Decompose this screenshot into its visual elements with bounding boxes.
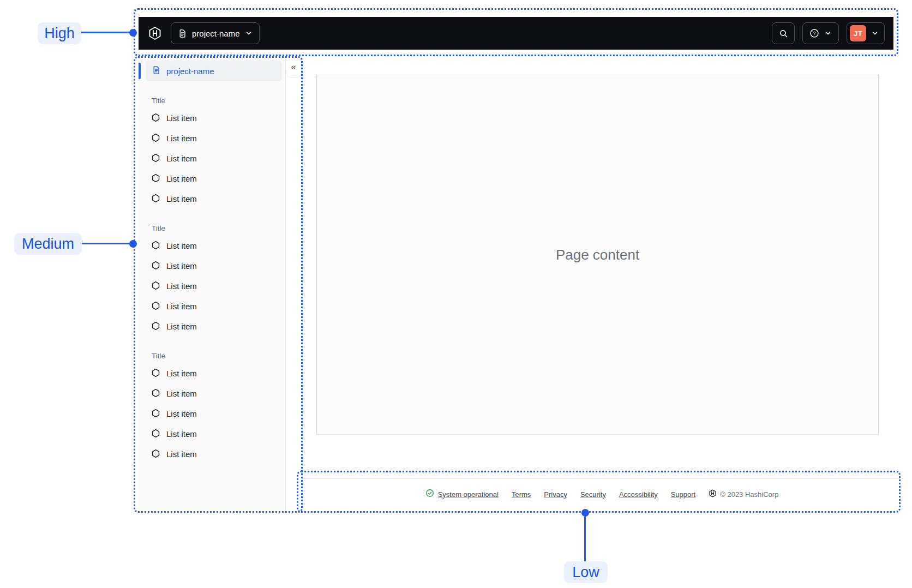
sidebar-item[interactable]: List item bbox=[139, 383, 285, 404]
help-menu-button[interactable]: ? bbox=[802, 22, 839, 44]
hexagon-icon bbox=[151, 241, 160, 251]
hexagon-icon bbox=[151, 113, 160, 124]
annotation-dot-medium bbox=[129, 240, 137, 248]
footer-link-support[interactable]: Support bbox=[671, 490, 696, 499]
svg-text:?: ? bbox=[813, 30, 815, 36]
sidebar-item-label: List item bbox=[166, 134, 197, 143]
hexagon-icon bbox=[151, 388, 160, 399]
hexagon-icon bbox=[151, 133, 160, 144]
sidebar-item-label: List item bbox=[166, 409, 197, 418]
sidebar-item[interactable]: List item bbox=[139, 276, 285, 296]
sidebar-item-label: List item bbox=[166, 174, 197, 183]
hexagon-icon bbox=[151, 449, 160, 460]
footer-copyright-group: © 2023 HashiCorp bbox=[709, 489, 778, 500]
hexagon-icon bbox=[151, 301, 160, 312]
hexagon-icon bbox=[151, 429, 160, 440]
sidebar-item-label: List item bbox=[166, 194, 197, 203]
annotation-dot-high bbox=[129, 29, 137, 37]
sidebar-active-item-label: project-name bbox=[166, 67, 214, 76]
annotation-connector-high bbox=[81, 32, 130, 33]
footer-link-accessibility[interactable]: Accessibility bbox=[619, 490, 658, 499]
hexagon-icon bbox=[151, 194, 160, 205]
sidebar-item[interactable]: List item bbox=[139, 128, 285, 148]
sidebar-item[interactable]: List item bbox=[139, 363, 285, 383]
sidebar-section-title: Title bbox=[152, 224, 285, 232]
annotation-label-low: Low bbox=[564, 561, 608, 583]
footer-links: TermsPrivacySecurityAccessibilitySupport bbox=[512, 490, 695, 499]
sidebar-item-label: List item bbox=[166, 113, 197, 123]
sidebar-item-label: List item bbox=[166, 302, 197, 311]
chevron-down-icon bbox=[245, 29, 253, 37]
hexagon-icon bbox=[151, 281, 160, 292]
sidebar-item[interactable]: List item bbox=[139, 424, 285, 444]
sidebar-item-label: List item bbox=[166, 281, 197, 291]
sidebar-sections: TitleList itemList itemList itemList ite… bbox=[139, 97, 285, 464]
page-content-placeholder: Page content bbox=[556, 247, 639, 263]
sidebar-item[interactable]: List item bbox=[139, 236, 285, 256]
chevron-down-icon bbox=[824, 29, 832, 37]
hashicorp-logo-icon bbox=[709, 489, 717, 500]
footer-link-security[interactable]: Security bbox=[580, 490, 606, 499]
sidebar-collapse-button[interactable]: « bbox=[286, 57, 302, 77]
sidebar-item[interactable]: List item bbox=[139, 169, 285, 189]
avatar: JT bbox=[850, 25, 866, 41]
top-navigation-bar: project-name ? JT bbox=[139, 17, 893, 50]
sidebar-item[interactable]: List item bbox=[139, 444, 285, 464]
footer-divider bbox=[303, 478, 903, 479]
sidebar-item-label: List item bbox=[166, 369, 197, 378]
footer-link-privacy[interactable]: Privacy bbox=[544, 490, 567, 499]
sidebar-item-label: List item bbox=[166, 389, 197, 398]
active-indicator-bar bbox=[139, 63, 141, 79]
sidebar-item-label: List item bbox=[166, 449, 197, 459]
sidebar-item[interactable]: List item bbox=[139, 148, 285, 169]
annotation-connector-medium bbox=[82, 243, 130, 244]
hexagon-icon bbox=[151, 409, 160, 419]
search-button[interactable] bbox=[772, 22, 795, 44]
sidebar-item-project-name[interactable]: project-name bbox=[146, 61, 282, 81]
topbar-right-group: ? JT bbox=[772, 22, 885, 44]
help-circle-icon: ? bbox=[809, 28, 819, 38]
project-switcher-button[interactable]: project-name bbox=[171, 22, 260, 44]
annotation-label-medium: Medium bbox=[14, 233, 82, 255]
sidebar-item-label: List item bbox=[166, 154, 197, 163]
sidebar-active-row: project-name bbox=[139, 61, 285, 81]
hexagon-icon bbox=[151, 368, 160, 379]
annotation-connector-low bbox=[584, 517, 586, 561]
sidebar-item-label: List item bbox=[166, 429, 197, 439]
page-footer: System operational TermsPrivacySecurityA… bbox=[303, 483, 901, 505]
hexagon-icon bbox=[151, 261, 160, 272]
file-text-icon bbox=[152, 65, 161, 76]
sidebar-item[interactable]: List item bbox=[139, 296, 285, 316]
topbar-left-group: project-name bbox=[147, 22, 260, 44]
sidebar-section-title: Title bbox=[152, 97, 285, 105]
hexagon-icon bbox=[151, 173, 160, 184]
sidebar: project-name TitleList itemList itemList… bbox=[139, 57, 286, 511]
footer-link-terms[interactable]: Terms bbox=[512, 490, 531, 499]
hcp-app-mockup: project-name ? JT bbox=[0, 0, 912, 588]
chevron-down-icon bbox=[871, 29, 879, 37]
sidebar-item[interactable]: List item bbox=[139, 256, 285, 276]
sidebar-item-label: List item bbox=[166, 241, 197, 250]
sidebar-item[interactable]: List item bbox=[139, 189, 285, 209]
hexagon-icon bbox=[151, 321, 160, 332]
search-icon bbox=[779, 29, 788, 38]
annotation-label-high: High bbox=[38, 22, 81, 44]
sidebar-item-label: List item bbox=[166, 261, 197, 271]
copyright-text: © 2023 HashiCorp bbox=[720, 490, 778, 499]
sidebar-item[interactable]: List item bbox=[139, 316, 285, 337]
account-menu-button[interactable]: JT bbox=[847, 22, 885, 44]
sidebar-item[interactable]: List item bbox=[139, 108, 285, 128]
file-text-icon bbox=[178, 29, 187, 38]
hashicorp-logo-icon[interactable] bbox=[147, 26, 162, 41]
hexagon-icon bbox=[151, 153, 160, 164]
page-content-region: Page content bbox=[316, 75, 879, 435]
sidebar-section-title: Title bbox=[152, 352, 285, 360]
check-circle-icon bbox=[425, 489, 434, 500]
system-status-link[interactable]: System operational bbox=[425, 489, 499, 500]
project-switcher-label: project-name bbox=[192, 29, 240, 38]
system-status-label: System operational bbox=[438, 490, 499, 499]
sidebar-item[interactable]: List item bbox=[139, 404, 285, 424]
sidebar-item-label: List item bbox=[166, 322, 197, 331]
annotation-dot-low bbox=[581, 509, 589, 517]
